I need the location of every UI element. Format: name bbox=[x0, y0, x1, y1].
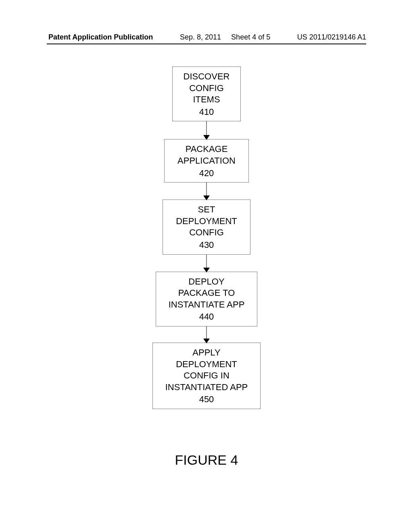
node-line: PACKAGE TO bbox=[162, 287, 251, 299]
node-ref: 410 bbox=[178, 106, 235, 118]
node-line: DISCOVER bbox=[178, 71, 235, 83]
header-left: Patent Application Publication bbox=[48, 33, 153, 42]
page: Patent Application Publication Sep. 8, 2… bbox=[0, 0, 413, 532]
header-right: US 2011/0219146 A1 bbox=[297, 33, 366, 42]
node-ref: 420 bbox=[170, 168, 243, 179]
node-line: DEPLOY bbox=[162, 276, 251, 288]
node-ref: 450 bbox=[159, 394, 254, 405]
flowchart: DISCOVER CONFIG ITEMS 410 PACKAGE APPLIC… bbox=[0, 66, 413, 409]
node-ref: 430 bbox=[169, 239, 244, 251]
header-date: Sep. 8, 2011 bbox=[180, 33, 221, 41]
node-line: ITEMS bbox=[178, 94, 235, 106]
node-line: INSTANTIATED APP bbox=[159, 382, 254, 393]
flow-arrow bbox=[206, 121, 207, 139]
node-line: DEPLOYMENT bbox=[169, 216, 244, 227]
page-header: Patent Application Publication Sep. 8, 2… bbox=[0, 33, 413, 42]
header-sheet: Sheet 4 of 5 bbox=[231, 33, 270, 41]
node-line: PACKAGE bbox=[170, 143, 243, 155]
flow-node-450: APPLY DEPLOYMENT CONFIG IN INSTANTIATED … bbox=[152, 343, 261, 409]
flow-arrow bbox=[206, 255, 207, 272]
node-line: INSTANTIATE APP bbox=[162, 299, 251, 311]
figure-label: FIGURE 4 bbox=[0, 452, 413, 468]
flow-node-410: DISCOVER CONFIG ITEMS 410 bbox=[172, 66, 241, 121]
flow-node-430: SET DEPLOYMENT CONFIG 430 bbox=[163, 200, 250, 254]
node-ref: 440 bbox=[162, 311, 251, 323]
header-mid: Sep. 8, 2011 Sheet 4 of 5 bbox=[180, 33, 270, 42]
node-line: CONFIG bbox=[169, 227, 244, 239]
node-line: APPLICATION bbox=[170, 155, 243, 167]
node-line: CONFIG bbox=[178, 83, 235, 94]
flow-arrow bbox=[206, 326, 207, 343]
node-line: CONFIG IN bbox=[159, 370, 254, 382]
node-line: SET bbox=[169, 204, 244, 216]
header-rule bbox=[47, 44, 366, 44]
flow-arrow bbox=[206, 183, 207, 200]
flow-node-420: PACKAGE APPLICATION 420 bbox=[164, 139, 249, 183]
flow-node-440: DEPLOY PACKAGE TO INSTANTIATE APP 440 bbox=[156, 272, 257, 326]
node-line: APPLY bbox=[159, 347, 254, 359]
node-line: DEPLOYMENT bbox=[159, 359, 254, 370]
